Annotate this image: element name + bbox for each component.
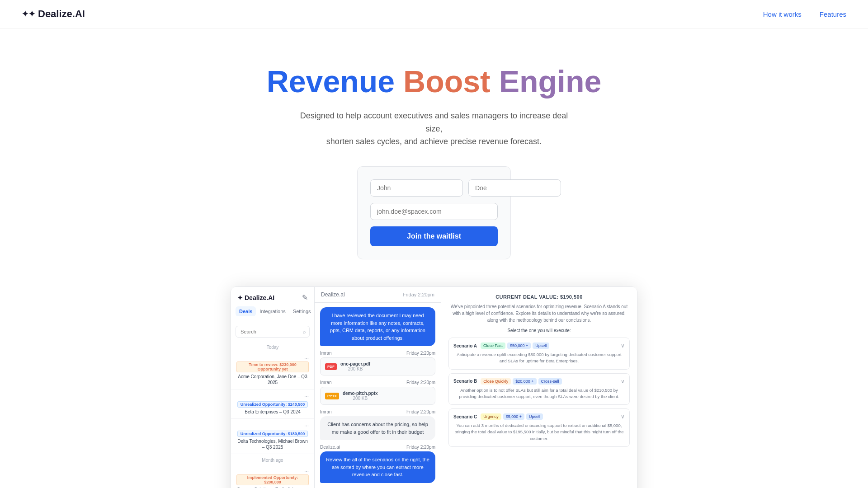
subtitle-line2: shorten sales cycles, and achieve precis… (326, 137, 542, 146)
file-name-pdf: one-pager.pdf (340, 361, 370, 366)
chat-area: Dealize.ai Friday 2:20pm I have reviewed… (315, 287, 441, 488)
sidebar-item-beta[interactable]: ··· Unrealized Opportunity: $240,500 Bet… (231, 389, 314, 419)
scenario-label-b: Scenario B (453, 379, 477, 384)
deal-description: We've pinpointed three potential scenari… (448, 303, 630, 324)
waitlist-form: Join the waitlist (357, 166, 511, 259)
file-size-pdf: 200 KB (340, 366, 370, 371)
join-waitlist-button[interactable]: Join the waitlist (370, 226, 498, 246)
scenario-tags-c: Urgency $5,000 + Upsell (481, 413, 543, 420)
scenario-label-a: Scenario A (453, 343, 477, 348)
hero-section: Revenue Boost Engine Designed to help ac… (0, 28, 868, 488)
tab-deals[interactable]: Deals (236, 306, 256, 316)
chat-app-name: Dealize.ai (321, 291, 345, 298)
sender-imran-1: Imran Friday 2:20pm (320, 351, 435, 356)
file-size-pptx: 200 KB (343, 396, 378, 401)
badge-acme: Time to review: $230,000 Opportunity yet (236, 361, 309, 372)
sidebar-logo-text: Dealize.AI (245, 294, 274, 301)
chat-header-2: Dealize.ai Friday 2:20pm (320, 445, 435, 450)
chat-header: Dealize.ai Friday 2:20pm (315, 287, 441, 303)
time-2: Friday 2:20pm (406, 351, 435, 356)
item-title-beta: Beta Enterprises – Q3 2024 (236, 409, 309, 415)
scenario-card-a[interactable]: Scenario A Close Fast $50,000 + Upsell ∨… (448, 338, 630, 370)
item-title-delta: Delta Technologies, Michael Brown – Q3 2… (236, 438, 309, 450)
tag-b-1: Close Quickly (481, 378, 511, 385)
more-icon-gamma[interactable]: ··· (304, 468, 309, 474)
sender-name-1: Imran (320, 351, 332, 356)
item-title-acme: Acme Corporation, Jane Doe – Q3 2025 (236, 374, 309, 385)
ai-bubble-2: Review the all of the scenarios on the r… (320, 451, 435, 483)
pptx-icon: PPTX (325, 393, 339, 399)
chevron-down-icon-b: ∨ (621, 378, 625, 385)
nav-how-it-works[interactable]: How it works (763, 10, 802, 18)
file-card-pdf: PDF one-pager.pdf 200 KB (320, 357, 435, 375)
tab-integrations[interactable]: Integrations (256, 306, 289, 316)
chat-app-name-2: Dealize.ai (320, 445, 340, 450)
more-icon-beta[interactable]: ··· (304, 393, 309, 399)
scenario-desc-a: Anticipate a revenue uplift exceeding $5… (453, 352, 625, 365)
hero-title: Revenue Boost Engine (9, 65, 859, 99)
file-name-pptx: demo-pitch.pptx (343, 391, 378, 396)
deal-value-label: CURRENT DEAL VALUE: $190,500 (448, 294, 630, 300)
sidebar-item-gamma[interactable]: ··· Implemented Opportunity: $200,000 Ga… (231, 465, 314, 488)
tag-a-3: Upsell (533, 343, 549, 349)
sidebar-search-container: ⌕ (236, 326, 310, 338)
sender-imran-2: Imran Friday 2:20pm (320, 380, 435, 385)
name-row (370, 179, 498, 197)
nav-links: How it works Features (763, 10, 846, 18)
tag-a-1: Close Fast (481, 343, 505, 349)
sidebar-logo-star: ✦ (237, 294, 243, 301)
time-5: Friday 2:20pm (406, 445, 435, 450)
user-bubble: Client has concerns about the pricing, s… (320, 416, 435, 440)
file-info-pdf: one-pager.pdf 200 KB (340, 361, 370, 371)
title-engine: Engine (499, 64, 602, 99)
first-name-input[interactable] (370, 179, 463, 197)
sidebar-header: ✦ Dealize.AI ✎ (231, 287, 314, 306)
scenario-header-c: Scenario C Urgency $5,000 + Upsell ∨ (453, 413, 625, 420)
file-card-pptx: PPTX demo-pitch.pptx 200 KB (320, 387, 435, 405)
tag-c-2: $5,000 + (503, 413, 524, 420)
badge-delta: Unrealized Opportunity: $180,500 (237, 431, 308, 437)
chat-message-area: I have reviewed the document I may need … (320, 307, 435, 488)
tag-c-3: Upsell (526, 413, 543, 420)
title-boost: Boost (403, 64, 491, 99)
scenario-card-b[interactable]: Scenario B Close Quickly $20,000 + Cross… (448, 373, 630, 405)
scenario-card-c[interactable]: Scenario C Urgency $5,000 + Upsell ∨ You… (448, 408, 630, 447)
ai-bubble-1: I have reviewed the document I may need … (320, 307, 435, 346)
scenario-desc-b: Another option is to not offer SLAs but … (453, 387, 625, 400)
logo: ✦✦ Dealize.AI (22, 8, 85, 20)
app-preview: ✦ Dealize.AI ✎ Deals Integrations Settin… (231, 286, 637, 488)
sidebar-item-delta[interactable]: ··· Unrealized Opportunity: $180,500 Del… (231, 419, 314, 454)
scenario-desc-c: You can add 3 months of dedicated onboar… (453, 422, 625, 442)
tab-settings[interactable]: Settings (289, 306, 315, 316)
section-today-label: Today (231, 342, 314, 352)
navbar: ✦✦ Dealize.AI How it works Features (0, 0, 868, 28)
sidebar-item-acme[interactable]: ··· Time to review: $230,000 Opportunity… (231, 352, 314, 389)
badge-gamma: Implemented Opportunity: $200,000 (236, 474, 309, 485)
sender-name-2: Imran (320, 380, 332, 385)
hero-subtitle: Designed to help account executives and … (298, 109, 570, 148)
chevron-down-icon-a: ∨ (621, 343, 625, 349)
chat-time1: Friday 2:20pm (403, 292, 434, 297)
more-icon[interactable]: ··· (304, 355, 309, 361)
sidebar: ✦ Dealize.AI ✎ Deals Integrations Settin… (231, 287, 315, 488)
time-3: Friday 2:20pm (406, 380, 435, 385)
last-name-input[interactable] (468, 179, 561, 197)
scenario-tags-b: Close Quickly $20,000 + Cross-sell (481, 378, 561, 385)
more-icon-delta[interactable]: ··· (304, 422, 309, 429)
sender-imran-3: Imran Friday 2:20pm (320, 409, 435, 414)
nav-features[interactable]: Features (820, 10, 846, 18)
tag-b-3: Cross-sell (538, 378, 562, 385)
scenario-tags-a: Close Fast $50,000 + Upsell (481, 343, 549, 349)
logo-stars: ✦✦ (22, 9, 35, 19)
tag-a-2: $50,000 + (507, 343, 531, 349)
email-input[interactable] (370, 203, 498, 220)
logo-text: Dealize.AI (38, 8, 85, 20)
right-panel: CURRENT DEAL VALUE: $190,500 We've pinpo… (441, 287, 637, 488)
tag-b-2: $20,000 + (513, 378, 536, 385)
sidebar-tabs: Deals Integrations Settings (231, 306, 314, 321)
sidebar-search-input[interactable] (236, 326, 310, 338)
edit-icon[interactable]: ✎ (302, 293, 308, 302)
sender-name-3: Imran (320, 409, 332, 414)
scenario-label-c: Scenario C (453, 414, 477, 419)
title-revenue: Revenue (267, 64, 395, 99)
